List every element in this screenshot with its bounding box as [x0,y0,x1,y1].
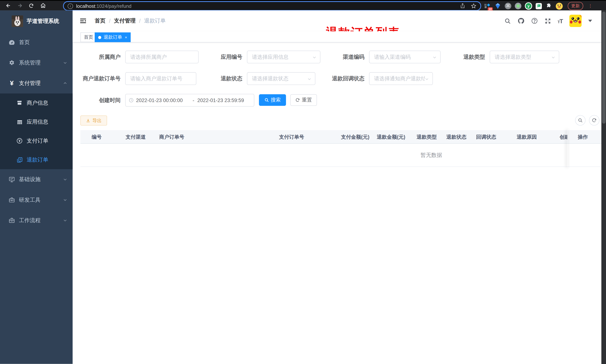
app-no-label: 应用编号 [204,51,242,63]
sidebar-item-payment-management[interactable]: ¥ 支付管理 [0,73,73,93]
scrollbar-thumb[interactable] [602,12,606,124]
refund-type-label: 退款类型 [447,51,485,63]
bookmark-star-icon[interactable] [471,3,476,9]
refund-callback-status-input[interactable] [369,73,433,85]
extensions-row: 10 ⌘ y 更新 ⋮ [484,1,593,11]
browser-back-icon[interactable] [2,0,14,11]
sidebar-item-home[interactable]: 首页 [0,32,73,52]
briefcase-icon [9,217,15,224]
empty-state-text: 暂无数据 [421,152,442,159]
extension-command-icon[interactable]: ⌘ [505,3,511,9]
site-info-icon[interactable]: i [68,3,73,9]
sidebar-item-payment-order[interactable]: 支付订单 [0,131,73,150]
sidebar-item-workflow[interactable]: 工作流程 [0,210,73,231]
browser-reload-icon[interactable] [26,0,37,11]
export-button[interactable]: 导出 [80,116,107,126]
col-create-time: 创建时间 [553,130,567,143]
extension-metamask-icon[interactable]: 10 [484,3,491,10]
user-menu-caret-icon[interactable] [588,20,592,22]
col-callback-status: 回调状态 [470,130,502,143]
channel-code-select[interactable] [369,51,440,63]
app-title: 芋道管理系统 [26,18,59,25]
refund-status-input[interactable] [247,73,315,85]
tab-refund-order[interactable]: 退款订单 × [95,33,131,42]
breadcrumb-separator: / [109,18,110,24]
merchant-label: 所属商户 [82,51,120,63]
page-scrollbar[interactable] [601,10,606,364]
sidebar: 芋道管理系统 首页 系统管理 ¥ 支付管理 [0,10,73,364]
user-avatar[interactable] [569,15,582,27]
tab-label: 退款订单 [104,34,122,40]
merchant-input[interactable] [126,51,198,63]
refund-status-select[interactable] [247,72,316,85]
create-time-range-picker[interactable]: 2022-01-23 00:00:00 - 2022-01-23 23:59:5… [125,94,254,107]
coin-yen-icon [16,138,23,144]
refund-callback-status-select[interactable] [369,72,433,85]
sidebar-item-label: 支付管理 [19,80,40,87]
app-logo[interactable]: 芋道管理系统 [0,10,73,32]
refresh-table-button[interactable] [589,115,599,126]
date-range-start[interactable]: 2022-01-23 00:00:00 [136,97,189,103]
extension-dot-icon[interactable] [515,3,521,9]
col-pay-amount: 支付金额(元) [313,130,371,143]
search-button[interactable]: 搜索 [259,94,286,106]
sidebar-item-label: 基础设施 [19,176,40,183]
payment-submenu: 商户信息 应用信息 支付订单 退款订单 [0,93,73,169]
sidebar-item-refund-order[interactable]: 退款订单 [0,150,73,169]
extensions-puzzle-icon[interactable] [545,3,552,10]
sidebar-item-infrastructure[interactable]: 基础设施 [0,169,73,190]
chevron-down-icon [63,198,67,202]
refund-callback-status-label: 退款回调状态 [319,72,364,85]
merchant-refund-no-field[interactable] [125,72,196,85]
reset-button[interactable]: 重置 [290,94,317,106]
browser-home-icon[interactable] [37,0,49,11]
toggle-search-button[interactable] [575,115,586,126]
refund-type-select[interactable] [490,51,559,63]
fixed-column-shadow [567,130,568,167]
tags-view-bar: 首页 退款订单 × [73,31,601,42]
sidebar-item-merchant-info[interactable]: 商户信息 [0,93,73,113]
chrome-update-button[interactable]: 更新 [568,2,583,10]
sidebar-item-label: 商户信息 [26,99,48,106]
browser-menu-icon[interactable]: ⋮ [588,5,591,7]
search-icon[interactable] [504,18,511,24]
tab-label: 首页 [84,34,93,40]
sidebar-item-app-info[interactable]: 应用信息 [0,113,73,131]
sidebar-collapse-icon[interactable] [79,17,87,25]
extension-chat-icon[interactable] [536,3,542,9]
extension-gem-icon[interactable] [494,3,501,10]
address-bar[interactable]: i localhost:1024/pay/refund [63,1,481,11]
main-content: 首页 / 支付管理 / 退款订单 TT [73,10,601,364]
refund-document-icon [16,156,23,163]
channel-code-label: 渠道编码 [326,51,365,63]
channel-code-input[interactable] [369,51,440,63]
col-pay-order-no: 支付订单号 [267,130,313,143]
breadcrumb: 首页 / 支付管理 / 退款订单 [95,17,166,24]
breadcrumb-home[interactable]: 首页 [95,17,105,24]
tab-close-icon[interactable]: × [125,35,127,39]
fullscreen-icon[interactable] [544,18,551,24]
grid-table-icon [16,119,23,125]
chevron-down-icon [63,177,67,182]
browser-forward-icon[interactable] [14,0,26,11]
breadcrumb-refund: 退款订单 [144,17,166,24]
extension-emoji-icon[interactable] [556,3,563,10]
logo-rabbit-image [12,15,23,27]
extension-y-icon[interactable]: y [525,2,532,10]
sidebar-item-dev-tools[interactable]: 研发工具 [0,190,73,210]
chevron-down-icon [63,218,67,222]
app-no-input[interactable] [247,51,320,63]
tab-home[interactable]: 首页 [80,33,96,42]
sidebar-item-system-management[interactable]: 系统管理 [0,52,73,73]
help-icon[interactable] [531,17,538,24]
font-size-icon[interactable]: TT [558,18,563,24]
github-icon[interactable] [517,17,524,24]
sidebar-item-label: 研发工具 [19,196,40,203]
app-no-select[interactable] [247,51,320,63]
merchant-refund-no-input[interactable] [126,73,196,85]
share-icon[interactable] [460,3,465,9]
refund-type-input[interactable] [490,51,559,63]
merchant-select[interactable] [125,51,199,63]
date-range-end[interactable]: 2022-01-23 23:59:59 [197,97,251,103]
breadcrumb-payment[interactable]: 支付管理 [114,17,136,24]
